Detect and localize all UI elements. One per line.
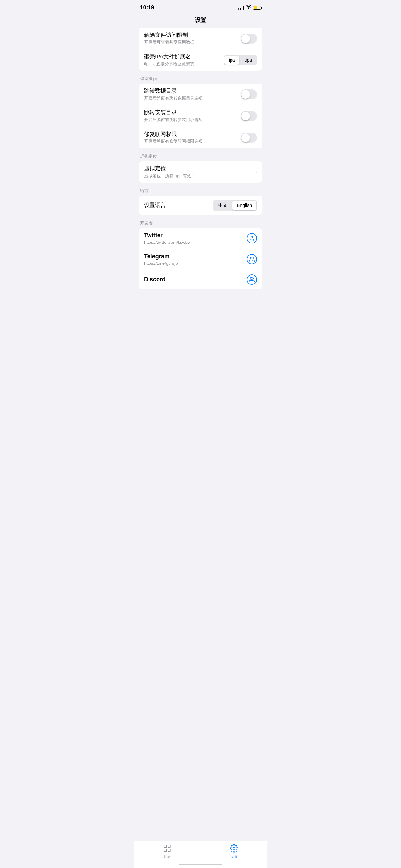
discord-title: Discord [144, 276, 247, 283]
jump-data-dir-row: 跳转数据目录 开启后弹窗有跳转数据目录选项 [139, 84, 262, 105]
popup-card: 跳转数据目录 开启后弹窗有跳转数据目录选项 跳转安装目录 开启后弹窗有跳转安装目… [139, 84, 262, 148]
virtual-location-title: 虚拟定位 [144, 165, 255, 172]
fix-network-subtitle: 开启后弹窗有修复联网权限选项 [144, 138, 241, 144]
fix-network-title: 修复联网权限 [144, 131, 241, 138]
file-access-toggle[interactable] [241, 34, 257, 43]
telegram-title: Telegram [144, 253, 247, 260]
virtual-location-section-label: 虚拟定位 [134, 148, 267, 161]
file-access-subtitle: 开启后可查看共享应用数据 [144, 39, 241, 45]
twitter-row[interactable]: Twitter https://twitter.com/bswbw [139, 228, 262, 249]
ipa-ext-row: 砸壳IPA文件扩展名 tipa 可直接分享给巨魔安装 ipa tipa [139, 50, 262, 71]
svg-point-1 [250, 257, 252, 259]
twitter-person-icon [247, 233, 257, 244]
file-access-title: 解除文件访问限制 [144, 32, 241, 39]
discord-row[interactable]: Discord [139, 270, 262, 289]
virtual-location-card: 虚拟定位 虚拟定位，所有 app 有效！ › [139, 161, 262, 182]
jump-install-dir-toggle[interactable] [241, 111, 257, 121]
language-row: 设置语言 中文 English [139, 196, 262, 215]
telegram-subtitle: https://t.me/gblwjb [144, 261, 247, 266]
status-time: 10:19 [140, 4, 154, 11]
twitter-subtitle: https://twitter.com/bswbw [144, 240, 247, 245]
developer-section-label: 开发者 [134, 215, 267, 228]
ipa-ext-segmented[interactable]: ipa tipa [224, 55, 257, 65]
popup-section-label: 弹窗操作 [134, 71, 267, 84]
language-section-label: 语言 [134, 183, 267, 196]
fix-network-toggle[interactable] [241, 133, 257, 143]
jump-install-dir-title: 跳转安装目录 [144, 109, 241, 116]
developer-card: Twitter https://twitter.com/bswbw Telegr… [139, 228, 262, 290]
jump-install-dir-row: 跳转安装目录 开启后弹窗有跳转安装目录选项 [139, 105, 262, 127]
seg-tipa[interactable]: tipa [240, 56, 256, 65]
jump-install-dir-subtitle: 开启后弹窗有跳转安装目录选项 [144, 117, 241, 123]
ipa-ext-subtitle: tipa 可直接分享给巨魔安装 [144, 61, 224, 67]
wifi-icon [246, 5, 251, 10]
virtual-location-row[interactable]: 虚拟定位 虚拟定位，所有 app 有效！ › [139, 161, 262, 182]
virtual-location-subtitle: 虚拟定位，所有 app 有效！ [144, 173, 255, 179]
file-access-row: 解除文件访问限制 开启后可查看共享应用数据 [139, 28, 262, 50]
language-card: 设置语言 中文 English [139, 196, 262, 215]
jump-data-dir-toggle[interactable] [241, 89, 257, 99]
status-bar: 10:19 [134, 0, 267, 13]
language-title: 设置语言 [144, 202, 213, 209]
seg-english[interactable]: English [233, 200, 256, 210]
battery-icon [253, 6, 261, 10]
language-segmented[interactable]: 中文 English [213, 200, 257, 211]
seg-chinese[interactable]: 中文 [214, 200, 232, 210]
telegram-person-icon [247, 254, 257, 265]
signal-icon [238, 6, 244, 10]
svg-point-2 [250, 278, 252, 280]
top-partial-card: 解除文件访问限制 开启后可查看共享应用数据 砸壳IPA文件扩展名 tipa 可直… [139, 28, 262, 71]
telegram-row[interactable]: Telegram https://t.me/gblwjb [139, 249, 262, 270]
twitter-title: Twitter [144, 232, 247, 239]
discord-person-icon [247, 275, 257, 285]
scroll-content: 解除文件访问限制 开启后可查看共享应用数据 砸壳IPA文件扩展名 tipa 可直… [134, 28, 267, 315]
ipa-ext-title: 砸壳IPA文件扩展名 [144, 53, 224, 60]
jump-data-dir-subtitle: 开启后弹窗有跳转数据目录选项 [144, 95, 241, 101]
page-title: 设置 [134, 13, 267, 28]
fix-network-row: 修复联网权限 开启后弹窗有修复联网权限选项 [139, 127, 262, 148]
jump-data-dir-title: 跳转数据目录 [144, 88, 241, 95]
status-icons [238, 5, 261, 10]
seg-ipa[interactable]: ipa [224, 56, 240, 65]
chevron-right-icon: › [255, 168, 257, 175]
svg-point-0 [251, 236, 253, 238]
